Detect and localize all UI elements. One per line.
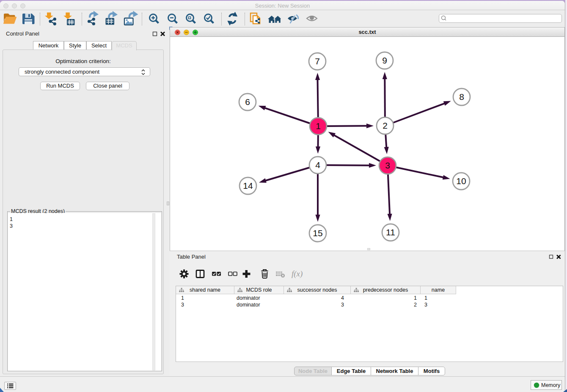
svg-text:7: 7	[315, 56, 320, 66]
svg-text:4: 4	[315, 160, 320, 170]
svg-text:f(x): f(x)	[292, 269, 303, 279]
svg-text:1: 1	[316, 121, 321, 131]
svg-text:14: 14	[243, 181, 253, 190]
svg-text:3: 3	[385, 160, 390, 170]
svg-text:11: 11	[386, 227, 395, 237]
svg-text:6: 6	[245, 97, 250, 107]
svg-text:15: 15	[313, 228, 322, 238]
svg-text:8: 8	[459, 92, 464, 102]
svg-text:2: 2	[383, 121, 388, 130]
svg-text:9: 9	[382, 55, 387, 65]
svg-text:10: 10	[456, 176, 466, 186]
